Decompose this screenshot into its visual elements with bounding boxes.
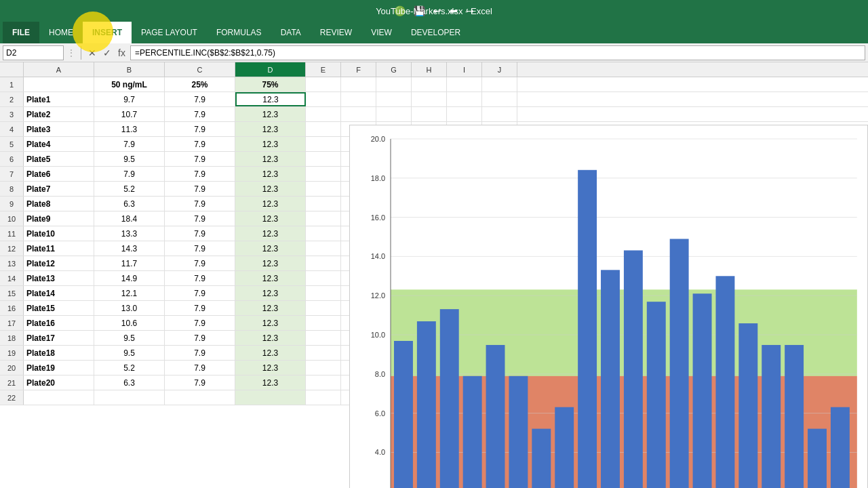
row-number[interactable]: 3 — [0, 107, 24, 121]
row-number[interactable]: 15 — [0, 286, 24, 300]
cell-d9[interactable]: 12.3 — [235, 197, 306, 211]
cell-b17[interactable]: 10.6 — [94, 316, 165, 330]
cell-E3[interactable] — [306, 107, 341, 121]
cell-E17[interactable] — [306, 316, 341, 330]
cell-b22[interactable] — [94, 390, 165, 405]
confirm-formula-icon[interactable]: ✓ — [101, 47, 113, 58]
row-number[interactable]: 2 — [0, 92, 24, 106]
cell-reference-box[interactable] — [3, 45, 64, 60]
cell-c19[interactable]: 7.9 — [165, 346, 235, 360]
cell-b8[interactable]: 5.2 — [94, 182, 165, 196]
row-number[interactable]: 21 — [0, 375, 24, 390]
row-number[interactable]: 1 — [0, 77, 24, 92]
cell-E9[interactable] — [306, 197, 341, 211]
col-header-g[interactable]: G — [376, 62, 412, 77]
tab-developer[interactable]: DEVELOPER — [401, 22, 470, 43]
cell-b20[interactable]: 5.2 — [94, 361, 165, 375]
cell-d14[interactable]: 12.3 — [235, 271, 306, 285]
cell-b2[interactable]: 9.7 — [94, 92, 165, 106]
cell-c12[interactable]: 7.9 — [165, 241, 235, 256]
cell-I3[interactable] — [447, 107, 482, 121]
cell-E13[interactable] — [306, 256, 341, 270]
cell-E2[interactable] — [306, 92, 341, 106]
row-number[interactable]: 18 — [0, 331, 24, 345]
tab-file[interactable]: FILE — [3, 22, 39, 43]
cell-c6[interactable]: 7.9 — [165, 152, 235, 166]
cell-d12[interactable]: 12.3 — [235, 241, 306, 256]
cell-c22[interactable] — [165, 390, 235, 405]
col-header-i[interactable]: I — [447, 62, 482, 77]
cell-a1[interactable] — [24, 77, 94, 92]
cell-a14[interactable]: Plate13 — [24, 271, 94, 285]
cell-J2[interactable] — [482, 92, 517, 106]
cell-d6[interactable]: 12.3 — [235, 152, 306, 166]
tab-data[interactable]: DATA — [271, 22, 311, 43]
chart-area[interactable]: 20.0 18.0 16.0 14.0 12.0 10.0 8.0 6.0 4.… — [349, 125, 868, 488]
cell-c15[interactable]: 7.9 — [165, 286, 235, 300]
cell-c7[interactable]: 7.9 — [165, 167, 235, 181]
cell-d5[interactable]: 12.3 — [235, 137, 306, 151]
cell-E15[interactable] — [306, 286, 341, 300]
cell-a9[interactable]: Plate8 — [24, 197, 94, 211]
cell-a10[interactable]: Plate9 — [24, 211, 94, 226]
cell-b15[interactable]: 12.1 — [94, 286, 165, 300]
row-number[interactable]: 9 — [0, 197, 24, 211]
cell-a6[interactable]: Plate5 — [24, 152, 94, 166]
cell-d16[interactable]: 12.3 — [235, 301, 306, 315]
row-number[interactable]: 16 — [0, 301, 24, 315]
tab-formulas[interactable]: FORMULAS — [207, 22, 271, 43]
cell-H3[interactable] — [412, 107, 447, 121]
cell-a21[interactable]: Plate20 — [24, 375, 94, 390]
cell-G2[interactable] — [376, 92, 412, 106]
cell-a5[interactable]: Plate4 — [24, 137, 94, 151]
cell-E14[interactable] — [306, 271, 341, 285]
col-header-e[interactable]: E — [306, 62, 341, 77]
cell-c10[interactable]: 7.9 — [165, 211, 235, 226]
tab-insert[interactable]: INSERT — [83, 22, 132, 43]
cell-E18[interactable] — [306, 331, 341, 345]
cell-F1[interactable] — [341, 77, 376, 92]
cell-a15[interactable]: Plate14 — [24, 286, 94, 300]
cell-d3[interactable]: 12.3 — [235, 107, 306, 121]
row-number[interactable]: 10 — [0, 211, 24, 226]
tab-page-layout[interactable]: PAGE LAYOUT — [132, 22, 207, 43]
row-number[interactable]: 20 — [0, 361, 24, 375]
cell-d22[interactable] — [235, 390, 306, 405]
col-header-f[interactable]: F — [341, 62, 376, 77]
cell-a16[interactable]: Plate15 — [24, 301, 94, 315]
cell-c11[interactable]: 7.9 — [165, 226, 235, 241]
row-number[interactable]: 4 — [0, 122, 24, 136]
cell-b4[interactable]: 11.3 — [94, 122, 165, 136]
cell-b10[interactable]: 18.4 — [94, 211, 165, 226]
cell-b13[interactable]: 11.7 — [94, 256, 165, 270]
cell-b3[interactable]: 10.7 — [94, 107, 165, 121]
row-number[interactable]: 11 — [0, 226, 24, 241]
cell-E6[interactable] — [306, 152, 341, 166]
cell-c9[interactable]: 7.9 — [165, 197, 235, 211]
cell-c16[interactable]: 7.9 — [165, 301, 235, 315]
col-header-c[interactable]: C — [165, 62, 235, 77]
row-number[interactable]: 14 — [0, 271, 24, 285]
cell-E10[interactable] — [306, 211, 341, 226]
cell-a7[interactable]: Plate6 — [24, 167, 94, 181]
cell-d11[interactable]: 12.3 — [235, 226, 306, 241]
row-number[interactable]: 8 — [0, 182, 24, 196]
cell-d20[interactable]: 12.3 — [235, 361, 306, 375]
cell-b9[interactable]: 6.3 — [94, 197, 165, 211]
row-number[interactable]: 13 — [0, 256, 24, 270]
cell-d2[interactable]: 12.3 — [235, 92, 306, 106]
cell-I1[interactable] — [447, 77, 482, 92]
cell-H2[interactable] — [412, 92, 447, 106]
cell-a4[interactable]: Plate3 — [24, 122, 94, 136]
cell-b21[interactable]: 6.3 — [94, 375, 165, 390]
cell-a8[interactable]: Plate7 — [24, 182, 94, 196]
cell-a20[interactable]: Plate19 — [24, 361, 94, 375]
cell-c8[interactable]: 7.9 — [165, 182, 235, 196]
cell-E19[interactable] — [306, 346, 341, 360]
cell-E7[interactable] — [306, 167, 341, 181]
cell-c20[interactable]: 7.9 — [165, 361, 235, 375]
cell-E22[interactable] — [306, 390, 341, 405]
formula-input[interactable] — [130, 45, 865, 60]
col-header-j[interactable]: J — [482, 62, 517, 77]
cell-d19[interactable]: 12.3 — [235, 346, 306, 360]
